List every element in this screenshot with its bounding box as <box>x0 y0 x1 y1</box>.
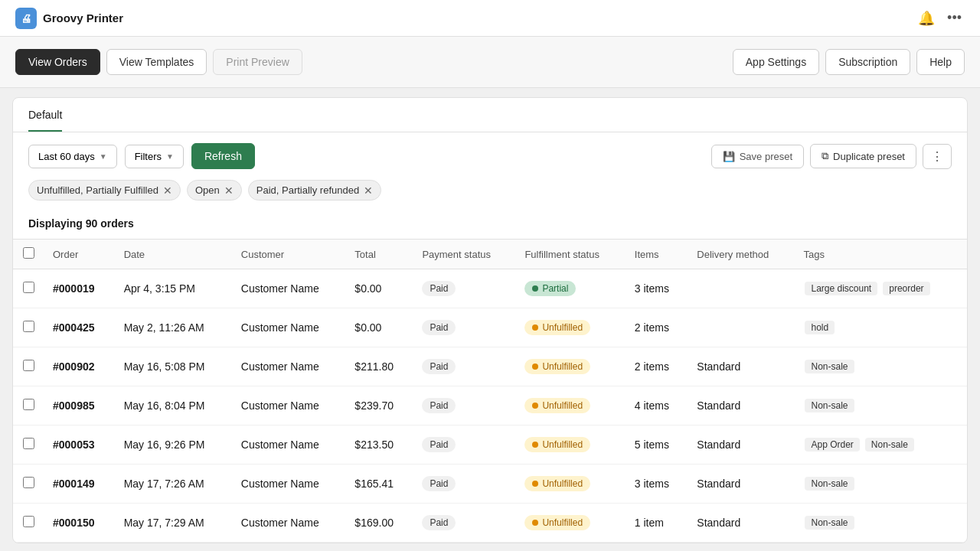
filter-tag-open-close[interactable]: ✕ <box>224 185 234 196</box>
payment-status-badge: Paid <box>422 515 456 530</box>
save-preset-button[interactable]: 💾 Save preset <box>711 145 804 168</box>
row-checkbox-cell <box>13 504 44 543</box>
row-customer: Customer Name <box>232 386 346 425</box>
duplicate-icon: ⧉ <box>822 150 828 162</box>
row-customer: Customer Name <box>232 308 346 347</box>
row-customer: Customer Name <box>232 269 346 308</box>
filter-tag-paid-close[interactable]: ✕ <box>364 185 373 196</box>
print-preview-button: Print Preview <box>213 49 302 75</box>
row-order-id[interactable]: #000149 <box>44 465 115 504</box>
table-row: #000019Apr 4, 3:15 PMCustomer Name$0.00P… <box>13 269 967 308</box>
row-delivery-method: Standard <box>688 386 794 425</box>
nav-left: View Orders View Templates Print Preview <box>15 49 302 75</box>
row-payment-status: Paid <box>413 347 515 386</box>
row-checkbox-000149[interactable] <box>23 477 34 488</box>
subscription-button[interactable]: Subscription <box>825 49 910 75</box>
row-order-id[interactable]: #000053 <box>44 425 115 465</box>
filters-label: Filters <box>135 151 162 162</box>
row-checkbox-000150[interactable] <box>23 516 34 527</box>
tag-pill: Non-sale <box>865 438 914 452</box>
row-fulfillment-status: Unfulfilled <box>515 386 625 425</box>
row-order-id[interactable]: #000019 <box>44 269 115 308</box>
nav-bar: View Orders View Templates Print Preview… <box>0 37 980 88</box>
table-row: #000902May 16, 5:08 PMCustomer Name$211.… <box>13 347 967 386</box>
row-date: May 17, 7:26 AM <box>115 465 232 504</box>
toolbar: Last 60 days ▼ Filters ▼ Refresh 💾 Save … <box>13 132 967 180</box>
top-bar-left: 🖨 Groovy Printer <box>15 8 123 29</box>
select-all-checkbox[interactable] <box>23 247 34 259</box>
duplicate-preset-label: Duplicate preset <box>833 151 905 162</box>
filter-tag-paid-label: Paid, Partially refunded <box>256 184 359 196</box>
nav-right: App Settings Subscription Help <box>733 49 965 75</box>
header-order: Order <box>44 240 115 269</box>
row-delivery-method: Standard <box>688 465 794 504</box>
view-orders-button[interactable]: View Orders <box>15 49 100 75</box>
header-delivery-method: Delivery method <box>688 240 794 269</box>
row-tags: Non-sale <box>794 465 967 504</box>
row-delivery-method: Standard <box>688 425 794 465</box>
bell-icon-button[interactable]: 🔔 <box>915 7 938 30</box>
row-items: 3 items <box>626 465 688 504</box>
row-payment-status: Paid <box>413 425 515 465</box>
tag-pill: App Order <box>805 438 859 452</box>
row-order-id[interactable]: #000150 <box>44 504 115 543</box>
row-items: 2 items <box>626 347 688 386</box>
row-order-id[interactable]: #000425 <box>44 308 115 347</box>
fulfillment-dot-icon <box>532 481 538 487</box>
display-count: Displaying 90 orders <box>13 211 967 239</box>
row-items: 5 items <box>626 425 688 465</box>
tab-default[interactable]: Default <box>28 98 62 132</box>
payment-status-badge: Paid <box>422 359 456 374</box>
row-fulfillment-status: Unfulfilled <box>515 308 625 347</box>
fulfillment-status-badge: Unfulfilled <box>524 437 590 452</box>
fulfillment-dot-icon <box>532 520 538 526</box>
more-options-icon-button[interactable]: ••• <box>944 7 965 29</box>
row-payment-status: Paid <box>413 504 515 543</box>
filters-row: Unfulfilled, Partially Fulfilled ✕ Open … <box>13 180 967 211</box>
row-checkbox-000425[interactable] <box>23 321 34 332</box>
filters-chevron-icon: ▼ <box>166 152 174 161</box>
row-checkbox-000053[interactable] <box>23 438 34 449</box>
row-items: 3 items <box>626 269 688 308</box>
row-checkbox-000019[interactable] <box>23 282 34 293</box>
orders-table: Order Date Customer Total Payment status… <box>13 239 967 543</box>
row-fulfillment-status: Unfulfilled <box>515 504 625 543</box>
row-checkbox-cell <box>13 425 44 465</box>
row-items: 2 items <box>626 308 688 347</box>
filter-tag-unfulfilled-close[interactable]: ✕ <box>163 185 172 196</box>
help-button[interactable]: Help <box>916 49 965 75</box>
row-customer: Customer Name <box>232 465 346 504</box>
row-date: May 16, 8:04 PM <box>115 386 232 425</box>
row-order-id[interactable]: #000902 <box>44 347 115 386</box>
row-checkbox-000985[interactable] <box>23 399 34 410</box>
row-checkbox-cell <box>13 308 44 347</box>
tabs-bar: Default <box>13 98 967 132</box>
more-options-button[interactable]: ⋮ <box>923 144 952 169</box>
filters-dropdown[interactable]: Filters ▼ <box>125 145 184 168</box>
top-bar-right: 🔔 ••• <box>915 7 965 30</box>
date-range-dropdown[interactable]: Last 60 days ▼ <box>28 145 117 168</box>
row-delivery-method <box>688 269 794 308</box>
row-tags: App OrderNon-sale <box>794 425 967 465</box>
fulfillment-status-badge: Partial <box>524 281 576 296</box>
row-payment-status: Paid <box>413 269 515 308</box>
row-tags: Non-sale <box>794 386 967 425</box>
row-fulfillment-status: Unfulfilled <box>515 425 625 465</box>
view-templates-button[interactable]: View Templates <box>106 49 207 75</box>
table-row: #000425May 2, 11:26 AMCustomer Name$0.00… <box>13 308 967 347</box>
row-customer: Customer Name <box>232 347 346 386</box>
row-items: 1 item <box>626 504 688 543</box>
save-icon: 💾 <box>723 151 735 162</box>
duplicate-preset-button[interactable]: ⧉ Duplicate preset <box>810 144 916 168</box>
row-items: 4 items <box>626 386 688 425</box>
app-settings-button[interactable]: App Settings <box>733 49 819 75</box>
row-total: $0.00 <box>345 269 413 308</box>
row-checkbox-000902[interactable] <box>23 360 34 371</box>
row-payment-status: Paid <box>413 308 515 347</box>
row-tags: Non-sale <box>794 347 967 386</box>
header-checkbox-col <box>13 240 44 269</box>
row-order-id[interactable]: #000985 <box>44 386 115 425</box>
row-fulfillment-status: Unfulfilled <box>515 347 625 386</box>
row-checkbox-cell <box>13 386 44 425</box>
refresh-button[interactable]: Refresh <box>191 143 255 169</box>
